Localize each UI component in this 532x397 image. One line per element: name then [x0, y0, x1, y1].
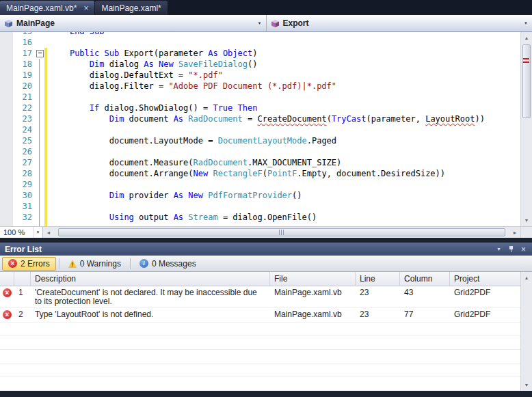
zoom-level-label: 100 %	[0, 228, 33, 236]
code-line[interactable]: 23 Dim document As RadDocument = CreateD…	[0, 113, 520, 124]
error-column: 77	[400, 308, 450, 320]
document-tab[interactable]: MainPage.xaml*	[95, 1, 167, 15]
header-cell-number	[14, 272, 31, 286]
members-dropdown[interactable]: Export ▼	[267, 15, 532, 31]
code-line[interactable]: 20 dialog.Filter = "Adobe PDF Document (…	[0, 81, 520, 92]
scroll-right-icon[interactable]: ►	[509, 227, 520, 238]
code-line[interactable]: 21	[0, 92, 520, 102]
glyph-margin	[0, 113, 13, 124]
code-text: document.Arrange(New RectangleF(PointF.E…	[47, 168, 445, 179]
editor-horizontal-scrollbar-row: 100 % ▼ ◄ ►	[0, 226, 532, 238]
code-editor-surface[interactable]: 15 End Sub1617 Public Sub Export(paramet…	[0, 32, 520, 226]
close-icon[interactable]: ×	[518, 245, 529, 254]
code-text: document.LayoutMode = DocumentLayoutMode…	[47, 135, 336, 146]
code-token	[218, 49, 223, 58]
code-token: = dialog.OpenFile()	[218, 213, 317, 222]
types-dropdown-label: MainPage	[16, 18, 55, 28]
column-header-column[interactable]: Column	[400, 272, 450, 286]
code-token: RectangleF	[213, 169, 262, 178]
pin-icon[interactable]	[506, 245, 516, 254]
collapse-toggle-icon[interactable]	[36, 48, 44, 59]
error-row[interactable]: 2Type 'LayoutRoot' is not defined.MainPa…	[0, 308, 520, 323]
error-icon	[3, 288, 12, 297]
chevron-down-icon[interactable]: ▼	[33, 227, 42, 238]
code-token: DocumentLayoutMode	[218, 136, 307, 146]
code-line[interactable]: 18 Dim dialog As New SaveFileDialog()	[0, 59, 520, 70]
glyph-margin	[0, 81, 13, 92]
code-token: document.LayoutMode =	[109, 136, 218, 146]
scroll-up-icon[interactable]: ▲	[521, 273, 532, 283]
code-line[interactable]: 27 document.Measure(RadDocument.MAX_DOCU…	[0, 157, 520, 168]
line-number: 26	[13, 146, 36, 157]
horizontal-scroll-track[interactable]	[54, 227, 509, 238]
scroll-up-icon[interactable]: ▲	[521, 33, 532, 43]
horizontal-scroll-thumb[interactable]	[58, 228, 505, 236]
code-line[interactable]: 16	[0, 37, 520, 48]
code-line[interactable]: 30 Dim provider As New PdfFormatProvider…	[0, 190, 520, 201]
error-grid-scrollbar[interactable]: ▲ ▼	[520, 272, 532, 391]
code-line[interactable]: 26	[0, 146, 520, 157]
document-tab-strip: MainPage.xaml.vb*×MainPage.xaml*	[0, 0, 532, 15]
code-line[interactable]: 28 document.Arrange(New RectangleF(Point…	[0, 168, 520, 179]
document-tab[interactable]: MainPage.xaml.vb*×	[0, 1, 94, 15]
code-line[interactable]: 17 Public Sub Export(parameter As Object…	[0, 48, 520, 59]
code-token: provider	[124, 191, 173, 200]
visual-studio-window: MainPage.xaml.vb*×MainPage.xaml* MainPag…	[0, 0, 532, 397]
fold-margin	[36, 201, 44, 212]
filter-error[interactable]: 2 Errors	[2, 257, 56, 271]
code-lines: 15 End Sub1617 Public Sub Export(paramet…	[0, 32, 520, 226]
error-row[interactable]: 1'CreateDocument' is not declared. It ma…	[0, 286, 520, 308]
line-number: 24	[13, 124, 36, 135]
error-list-toolbar: 2 Errors0 Warnings0 Messages	[0, 256, 532, 272]
scroll-left-icon[interactable]: ◄	[43, 227, 54, 238]
types-dropdown[interactable]: MainPage ▼	[0, 15, 267, 31]
scroll-down-icon[interactable]: ▼	[521, 380, 532, 390]
code-line[interactable]: 15 End Sub	[0, 32, 520, 37]
code-token: Dim	[90, 59, 105, 69]
code-line[interactable]: 19 dialog.DefaultExt = "*.pdf"	[0, 70, 520, 81]
column-header-line[interactable]: Line	[356, 272, 400, 286]
empty-row	[0, 323, 520, 336]
code-token: (	[327, 114, 332, 124]
filter-message[interactable]: 0 Messages	[133, 257, 202, 271]
close-icon[interactable]: ×	[83, 5, 88, 12]
error-number: 2	[14, 308, 31, 320]
code-line[interactable]: 29	[0, 179, 520, 190]
navigation-bar: MainPage ▼ Export ▼	[0, 15, 532, 32]
code-text: Dim dialog As New SaveFileDialog()	[47, 59, 258, 70]
code-line[interactable]: 31	[0, 201, 520, 212]
code-text: If dialog.ShowDialog() = True Then	[47, 102, 257, 113]
zoom-dropdown[interactable]: 100 % ▼	[0, 227, 43, 238]
vertical-scroll-thumb[interactable]	[522, 44, 531, 118]
code-token: (	[263, 169, 267, 178]
line-number: 29	[13, 179, 36, 190]
line-number: 30	[13, 190, 36, 201]
error-icon	[8, 259, 17, 268]
editor-vertical-scrollbar[interactable]: ▲ ▼	[520, 32, 532, 226]
message-icon	[139, 259, 148, 268]
error-cell-icon	[0, 286, 14, 299]
column-header-description[interactable]: Description	[31, 272, 270, 286]
code-token: RadDocument	[188, 114, 242, 124]
code-text: Dim document As RadDocument = CreateDocu…	[47, 113, 485, 124]
warning-icon	[68, 260, 77, 268]
scroll-down-icon[interactable]: ▼	[521, 215, 532, 225]
window-position-icon[interactable]: ▼	[494, 245, 504, 254]
panel-splitter[interactable]	[0, 238, 532, 243]
error-line: 23	[356, 286, 400, 299]
code-token	[174, 59, 178, 69]
code-line[interactable]: 24	[0, 124, 520, 135]
error-list-title-bar[interactable]: Error List ▼ ×	[0, 243, 532, 256]
members-dropdown-label: Export	[283, 18, 309, 28]
error-marker	[523, 61, 529, 63]
column-header-file[interactable]: File	[270, 272, 356, 286]
code-line[interactable]: 25 document.LayoutMode = DocumentLayoutM…	[0, 135, 520, 146]
column-header-project[interactable]: Project	[450, 272, 520, 286]
filter-warning[interactable]: 0 Warnings	[62, 257, 127, 271]
code-token: RadDocument	[194, 158, 248, 167]
glyph-margin	[0, 70, 13, 81]
code-line[interactable]: 22 If dialog.ShowDialog() = True Then	[0, 102, 520, 113]
code-line[interactable]: 32 Using output As Stream = dialog.OpenF…	[0, 212, 520, 223]
glyph-margin	[0, 32, 13, 37]
code-text	[47, 124, 50, 135]
